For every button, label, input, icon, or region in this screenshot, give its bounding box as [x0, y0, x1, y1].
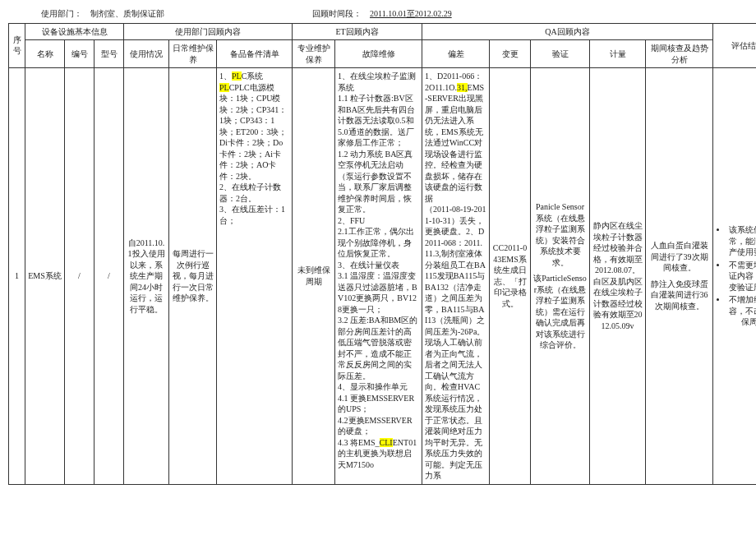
col-usage: 使用情况: [124, 40, 169, 68]
col-code: 编号: [65, 40, 94, 68]
dept-value: 制剂室、质制保证部: [90, 8, 164, 20]
col-basic-group: 设备设施基本信息: [25, 23, 124, 40]
col-verify: 验证: [531, 40, 590, 68]
cell-metro: 静内区在线尘埃粒子计数器经过校验并合格，有效期至2012.08.07。白区及肌内…: [590, 68, 646, 485]
table-header-row-2: 名称 编号 型号 使用情况 日常维护保养 备品备件清单 专业维护保养 故障维修 …: [9, 40, 757, 68]
cell-change: CC2011-043EMS系统生成日志、「打印记录格式。: [490, 68, 531, 485]
review-table: 序号 设备设施基本信息 使用部门回顾内容 ET回顾内容 QA回顾内容 评估结论 …: [8, 23, 756, 485]
cell-prof: 未到维保周期: [293, 68, 335, 485]
col-conclusion: 评估结论: [713, 23, 756, 68]
cell-code: /: [65, 68, 94, 485]
cell-spare: 1、PLC系统 PLCPLC电源模块：1块；CPU模块：2块；CP341：1块；…: [217, 68, 293, 485]
col-dev: 偏差: [422, 40, 490, 68]
col-fault: 故障维修: [335, 40, 422, 68]
col-model: 型号: [94, 40, 124, 68]
col-prof: 专业维护保养: [293, 40, 335, 68]
period-label: 回顾时间段：: [312, 8, 362, 20]
dept-label: 使用部门：: [41, 8, 82, 20]
cell-period: 人血白蛋白灌装间进行了39次期间核查。 静注入免疫球蛋白灌装间进行36次期间核查…: [646, 68, 713, 485]
cell-name: EMS系统: [25, 68, 65, 485]
period-value: 2011.10.01至2012.02.29: [370, 8, 452, 20]
page-header: 使用部门： 制剂室、质制保证部 回顾时间段： 2011.10.01至2012.0…: [41, 8, 748, 20]
col-seq: 序号: [9, 23, 25, 68]
table-header-row-1: 序号 设备设施基本信息 使用部门回顾内容 ET回顾内容 QA回顾内容 评估结论: [9, 23, 757, 40]
cell-dev: 1、D2011-066： 2O11.1O.31,EMS-SERVER出现黑屏，重…: [422, 68, 490, 485]
col-period: 期间核查及趋势分析: [646, 40, 713, 68]
col-change: 变更: [490, 40, 531, 68]
cell-seq: 1: [9, 68, 25, 485]
cell-model: /: [94, 68, 124, 485]
col-qa-group: QA回顾内容: [422, 23, 713, 40]
col-spare: 备品备件清单: [217, 40, 293, 68]
cell-fault: 1、在线尘埃粒子监测系统 1.1 粒子计数器:BV区和BA区先后共有四台计数器无…: [335, 68, 422, 485]
col-metro: 计量: [590, 40, 646, 68]
col-daily: 日常维护保养: [169, 40, 217, 68]
cell-daily: 每周进行一次例行巡视，每月进行一次日常维护保养。: [169, 68, 217, 485]
col-name: 名称: [25, 40, 65, 68]
table-row: 1 EMS系统 / / 自2011.10.1投入使用以来，系统生产期间24小时运…: [9, 68, 757, 485]
col-et-group: ET回顾内容: [293, 23, 422, 40]
cell-verify: Panicle Sensor系统（在线悬浮粒子监测系统）安装符合系统技术要求。 …: [531, 68, 590, 485]
cell-conclusion: 该系统使用正常，能满足生产使用要求。 不需更增加验证内容，不改变验证周期。 不增…: [713, 68, 756, 485]
cell-usage: 自2011.10.1投入使用以来，系统生产期间24小时运行，运行平稳。: [124, 68, 169, 485]
col-user-group: 使用部门回顾内容: [124, 23, 293, 40]
